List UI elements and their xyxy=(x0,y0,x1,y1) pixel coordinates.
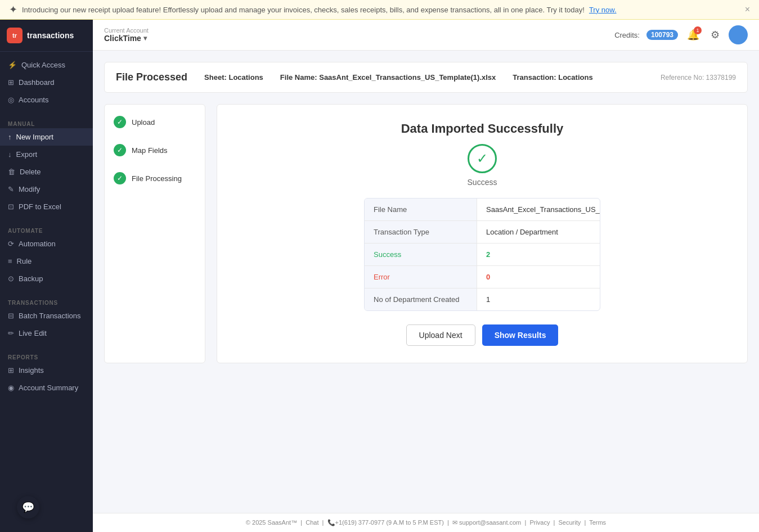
file-header: File Processed Sheet: Locations File Nam… xyxy=(104,62,748,93)
result-title: Data Imported Successfully xyxy=(401,121,564,136)
sidebar-label-live-edit: Live Edit xyxy=(19,329,47,337)
sidebar-item-pdf-to-excel[interactable]: ⊡ PDF to Excel xyxy=(0,198,93,215)
sidebar-item-quick-access[interactable]: ⚡ Quick Access xyxy=(0,56,93,74)
sidebar-item-dashboard[interactable]: ⊞ Dashboard xyxy=(0,74,93,91)
try-now-link[interactable]: Try now. xyxy=(589,6,617,14)
footer-terms-link[interactable]: Terms xyxy=(589,519,606,526)
transaction-info: Transaction: Locations xyxy=(513,73,592,82)
result-success-icon: ✓ xyxy=(468,144,497,173)
logo-icon: tr xyxy=(7,28,23,43)
sidebar-item-live-edit[interactable]: ✏ Live Edit xyxy=(0,324,93,342)
header-bar: Current Account ClickTime ▾ Credits: 100… xyxy=(93,20,759,51)
sidebar-label-accounts: Accounts xyxy=(19,96,48,104)
notification-badge: 1 xyxy=(694,26,702,34)
top-banner: ✦ Introducing our new receipt upload fea… xyxy=(0,0,759,20)
sidebar-label-account-summary: Account Summary xyxy=(19,384,78,392)
live-edit-icon: ✏ xyxy=(8,329,14,337)
sheet-info: Sheet: Locations xyxy=(204,73,263,82)
sidebar-item-account-summary[interactable]: ◉ Account Summary xyxy=(0,379,93,396)
reference-info: Reference No: 13378199 xyxy=(661,74,736,82)
sidebar-label-delete: Delete xyxy=(20,168,41,176)
sidebar-item-batch-transactions[interactable]: ⊟ Batch Transactions xyxy=(0,307,93,324)
backup-icon: ⊙ xyxy=(8,274,14,283)
account-summary-icon: ◉ xyxy=(8,384,14,392)
section-label-automate: AUTOMATE xyxy=(0,224,93,235)
account-label: Current Account xyxy=(104,27,149,34)
upload-next-button[interactable]: Upload Next xyxy=(406,324,475,346)
banner-close-button[interactable]: × xyxy=(745,4,750,15)
modify-icon: ✎ xyxy=(8,185,14,193)
account-name-dropdown[interactable]: ClickTime ▾ xyxy=(104,34,149,43)
sidebar-label-pdf-to-excel: PDF to Excel xyxy=(19,202,61,211)
sidebar-label-backup: Backup xyxy=(19,274,43,283)
main-content: Current Account ClickTime ▾ Credits: 100… xyxy=(93,20,759,532)
step-label-file-processing: File Processing xyxy=(132,174,182,183)
step-check-map-fields: ✓ xyxy=(114,144,126,156)
account-selector[interactable]: Current Account ClickTime ▾ xyxy=(104,27,149,43)
avatar[interactable] xyxy=(729,25,748,44)
result-status: Success xyxy=(468,178,497,187)
quick-access-icon: ⚡ xyxy=(8,61,17,69)
table-cell-filename-label: File Name xyxy=(365,199,477,220)
result-actions: Upload Next Show Results xyxy=(406,324,559,346)
sidebar-item-modify[interactable]: ✎ Modify xyxy=(0,181,93,198)
table-row-filename: File Name SaasAnt_Excel_Transactions_US_… xyxy=(365,199,600,221)
table-cell-transaction-type-label: Transaction Type xyxy=(365,221,477,243)
sidebar-label-batch-transactions: Batch Transactions xyxy=(19,312,81,320)
automation-icon: ⟳ xyxy=(8,240,14,248)
footer-chat-link[interactable]: Chat xyxy=(306,519,318,526)
chat-bubble-button[interactable]: 💬 xyxy=(17,496,39,519)
star-icon: ✦ xyxy=(9,3,17,16)
header-right: Credits: 100793 🔔 1 ⚙ xyxy=(614,25,748,44)
step-check-file-processing: ✓ xyxy=(114,172,126,184)
insights-icon: ⊞ xyxy=(8,366,14,375)
step-upload: ✓ Upload xyxy=(114,116,196,128)
table-cell-transaction-type-value: Location / Department xyxy=(477,221,600,243)
footer-phone: 📞+1(619) 377-0977 (9 A.M to 5 P.M EST) xyxy=(327,519,444,526)
sidebar-item-rule[interactable]: ≡ Rule xyxy=(0,253,93,270)
credits-label: Credits: xyxy=(614,31,640,39)
table-row-success: Success 2 xyxy=(365,244,600,266)
table-cell-departments-value: 1 xyxy=(477,288,600,310)
sidebar: tr transactions ⚡ Quick Access ⊞ Dashboa… xyxy=(0,20,93,532)
sidebar-item-new-import[interactable]: ↑ New Import xyxy=(0,128,93,146)
pdf-to-excel-icon: ⊡ xyxy=(8,202,14,211)
notifications-button[interactable]: 🔔 1 xyxy=(685,26,702,43)
table-cell-success-value: 2 xyxy=(477,244,600,265)
sidebar-item-automation[interactable]: ⟳ Automation xyxy=(0,235,93,253)
settings-button[interactable]: ⚙ xyxy=(708,26,722,43)
show-results-button[interactable]: Show Results xyxy=(482,324,559,346)
sidebar-top-section: ⚡ Quick Access ⊞ Dashboard ◎ Accounts xyxy=(0,52,93,113)
account-name-text: ClickTime xyxy=(104,34,141,43)
new-import-icon: ↑ xyxy=(8,133,12,141)
sidebar-logo: tr transactions xyxy=(0,20,93,52)
sidebar-item-backup[interactable]: ⊙ Backup xyxy=(0,270,93,287)
sidebar-item-export[interactable]: ↓ Export xyxy=(0,146,93,163)
batch-transactions-icon: ⊟ xyxy=(8,312,14,320)
footer-privacy-link[interactable]: Privacy xyxy=(529,519,550,526)
sidebar-item-accounts[interactable]: ◎ Accounts xyxy=(0,91,93,109)
table-row-error: Error 0 xyxy=(365,266,600,288)
sidebar-item-insights[interactable]: ⊞ Insights xyxy=(0,362,93,379)
result-data-table: File Name SaasAnt_Excel_Transactions_US_… xyxy=(364,198,600,311)
footer-security-link[interactable]: Security xyxy=(559,519,581,526)
app-shell: tr transactions ⚡ Quick Access ⊞ Dashboa… xyxy=(0,20,759,532)
sidebar-item-delete[interactable]: 🗑 Delete xyxy=(0,163,93,181)
dashboard-icon: ⊞ xyxy=(8,78,14,87)
rule-icon: ≡ xyxy=(8,257,12,265)
delete-icon: 🗑 xyxy=(8,168,15,176)
accounts-icon: ◎ xyxy=(8,96,14,104)
sidebar-label-rule: Rule xyxy=(17,257,32,265)
section-label-transactions: TRANSACTIONS xyxy=(0,296,93,307)
sidebar-section-reports: REPORTS ⊞ Insights ◉ Account Summary xyxy=(0,346,93,401)
main-area: ✓ Upload ✓ Map Fields ✓ File Processing … xyxy=(104,104,748,363)
step-label-upload: Upload xyxy=(132,118,155,127)
table-row-transaction-type: Transaction Type Location / Department xyxy=(365,221,600,244)
sidebar-label-modify: Modify xyxy=(19,185,40,193)
table-cell-error-value: 0 xyxy=(477,266,600,288)
chevron-down-icon: ▾ xyxy=(143,34,147,42)
reference-no: Reference No: 13378199 xyxy=(661,74,736,82)
sidebar-section-transactions: TRANSACTIONS ⊟ Batch Transactions ✏ Live… xyxy=(0,292,93,346)
sidebar-label-quick-access: Quick Access xyxy=(21,61,65,69)
section-label-reports: REPORTS xyxy=(0,351,93,362)
